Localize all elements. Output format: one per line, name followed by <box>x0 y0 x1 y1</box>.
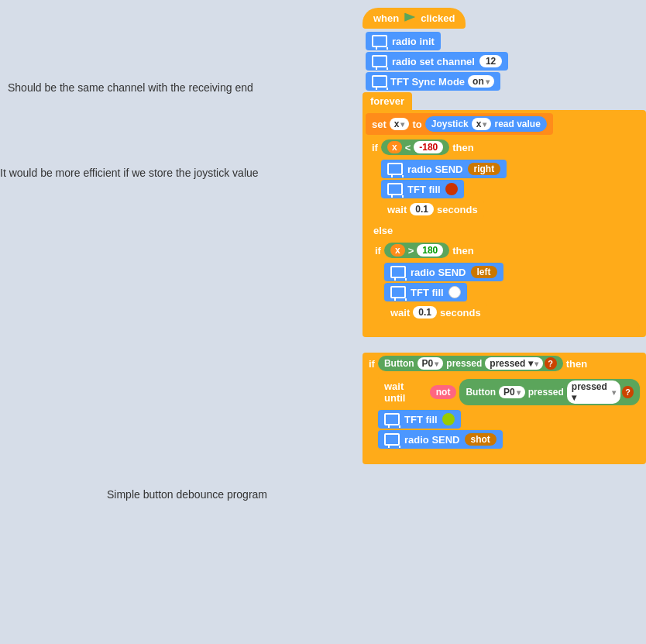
if-button-row: if Button P0 pressed pressed ▾ ? then <box>363 353 646 374</box>
tft-fill-red-label: TFT fill <box>407 184 441 195</box>
pressed-label: pressed <box>446 358 482 369</box>
wait2-label: wait <box>390 307 410 319</box>
then3-label: then <box>566 358 587 370</box>
read-value-label: read value <box>494 119 540 129</box>
left-label: left <box>471 266 497 278</box>
radio-send-left-block[interactable]: radio SEND left <box>384 263 503 281</box>
tv-icon-8 <box>384 413 400 425</box>
not-pill: not <box>430 385 457 399</box>
forever-container: forever set x to Joystick x read value i… <box>363 92 646 337</box>
x-cond2-var: x <box>390 244 405 257</box>
clicked-text: clicked <box>421 12 455 24</box>
wait-value: 0.1 <box>410 203 434 215</box>
wait-until-label: wait until <box>384 381 427 404</box>
joystick-axis-dropdown[interactable]: x <box>472 118 492 130</box>
not-button-condition: Button P0 pressed pressed ▾ ? <box>459 379 640 405</box>
set-label: set <box>372 119 387 130</box>
joystick-block[interactable]: Joystick x read value <box>425 116 547 132</box>
tv-icon-9 <box>384 433 400 446</box>
if-button-body: wait until not Button P0 pressed pressed… <box>378 374 646 452</box>
then-label: then <box>452 142 473 153</box>
wait-until-block[interactable]: wait until not Button P0 pressed pressed… <box>378 376 646 408</box>
set-x-block[interactable]: set x to Joystick x read value <box>366 113 553 135</box>
blocks-area: set when when clicked clicked radio init… <box>363 6 646 464</box>
else-label: else <box>366 222 643 239</box>
when-text: when <box>373 12 399 24</box>
olive-dot-icon <box>442 413 455 425</box>
radio-send-right-label: radio SEND <box>407 164 463 175</box>
button-pressed-condition: Button P0 pressed pressed ▾ ? <box>378 356 563 371</box>
radio-send-shot-block[interactable]: radio SEND shot <box>378 430 503 449</box>
radio-send-left-label: radio SEND <box>411 267 466 278</box>
x-lt-neg180-condition: x < -180 <box>381 139 449 155</box>
tft-fill-white-label: TFT fill <box>411 287 444 298</box>
annotation-joystick: It would be more efficient if we store t… <box>0 167 259 179</box>
tv-icon-4 <box>387 163 403 175</box>
tv-icon <box>372 35 387 47</box>
lt-symbol: < <box>405 142 411 153</box>
if-neg180-container: if x < -180 then radio SEND right <box>366 136 643 334</box>
shot-label: shot <box>465 433 497 446</box>
if-pos180-row: if x > 180 then <box>369 239 640 261</box>
p02-dropdown[interactable]: P0 <box>499 386 525 398</box>
tft-sync-block[interactable]: TFT Sync Mode on <box>366 72 500 91</box>
button2-label: Button <box>466 387 496 398</box>
forever-body: set x to Joystick x read value if x < -1… <box>363 110 646 337</box>
tft-fill-red-block[interactable]: TFT fill <box>381 180 464 198</box>
when-clicked-block[interactable]: set when when clicked clicked <box>363 8 466 29</box>
forever-label: forever <box>363 92 412 110</box>
gt-symbol: > <box>408 245 414 257</box>
pressed2-dropdown[interactable]: pressed ▾ <box>567 381 620 404</box>
radio-init-label: radio init <box>392 36 435 47</box>
button-label: Button <box>384 358 414 369</box>
on-dropdown[interactable]: on <box>468 75 494 88</box>
if-neg180-body: radio SEND right TFT fill wait 0.1 secon… <box>381 158 643 222</box>
x-gt-pos180-condition: x > 180 <box>384 243 449 258</box>
radio-send-shot-label: radio SEND <box>404 434 460 446</box>
if-bottom-bar <box>363 452 646 461</box>
neg180-value: -180 <box>414 141 443 153</box>
tft-sync-label: TFT Sync Mode <box>390 76 465 88</box>
annotation-channel: Should be the same channel with the rece… <box>8 81 253 94</box>
gap1 <box>363 339 646 351</box>
x-var-dropdown[interactable]: x <box>390 118 410 130</box>
seconds2-label: seconds <box>440 307 481 319</box>
tft-fill-olive-block[interactable]: TFT fill <box>378 410 461 429</box>
annotation-debounce: Simple button debounce program <box>107 488 267 501</box>
joystick-label: Joystick <box>431 119 469 129</box>
wait-0.1-block[interactable]: wait 0.1 seconds <box>381 200 484 219</box>
wait-0.1-block2[interactable]: wait 0.1 seconds <box>384 303 487 322</box>
channel-value: 12 <box>479 55 502 67</box>
tv-icon-5 <box>387 183 403 195</box>
to-label: to <box>412 119 421 130</box>
if-neg180-row: if x < -180 then <box>366 136 643 158</box>
right-label: right <box>468 163 501 175</box>
then2-label: then <box>452 245 473 257</box>
wait2-value: 0.1 <box>413 306 437 319</box>
flag-icon <box>404 13 415 24</box>
tft-fill-olive-label: TFT fill <box>404 414 438 425</box>
if-pos180-container: if x > 180 then radio SEND l <box>369 239 640 328</box>
tv-icon-3 <box>372 75 387 88</box>
if-button-container: if Button P0 pressed pressed ▾ ? then wa… <box>363 353 646 464</box>
pressed-dropdown[interactable]: pressed ▾ <box>485 357 542 370</box>
red-dot-icon <box>445 183 458 195</box>
if-label: if <box>372 142 378 153</box>
pos180-value: 180 <box>417 244 443 257</box>
if-pos180-body: radio SEND left TFT fill wait 0.1 <box>384 261 640 325</box>
tv-icon-7 <box>390 286 406 298</box>
p0-dropdown[interactable]: P0 <box>417 357 444 370</box>
tft-fill-white-block[interactable]: TFT fill <box>384 283 467 301</box>
x-cond-var: x <box>387 141 402 153</box>
if2-label: if <box>375 245 381 257</box>
radio-send-right-block[interactable]: radio SEND right <box>381 160 507 178</box>
radio-set-channel-block[interactable]: radio set channel 12 <box>366 52 508 71</box>
tv-icon-6 <box>390 266 406 278</box>
radio-init-block[interactable]: radio init <box>366 32 441 50</box>
seconds-label: seconds <box>437 204 478 215</box>
pressed2-label: pressed <box>528 387 564 398</box>
white-dot-icon <box>448 286 461 298</box>
question-mark-icon: ? <box>545 357 557 370</box>
if3-label: if <box>369 358 375 370</box>
radio-set-channel-label: radio set channel <box>392 56 475 67</box>
